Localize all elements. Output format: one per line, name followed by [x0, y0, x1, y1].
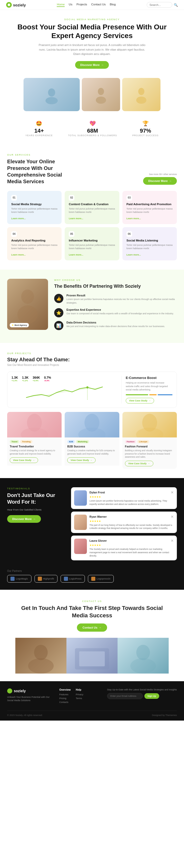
benefit-text-2: Data-Driven Decisions We just and trust …: [66, 321, 165, 328]
benefit-title-2: Data-Driven Decisions: [66, 321, 165, 324]
testimonial-2: Laura Glover ✕ ★★★★★ The Soziely team is…: [71, 535, 177, 560]
service-desc-1: Tortor nisl purus pulvinar pellentesque …: [69, 207, 115, 214]
projects-title: Stay Ahead Of The Game:: [7, 357, 177, 363]
service-desc-0: Tortor nisl purus pulvinar pellentesque …: [11, 207, 58, 214]
benefits-title: The Benefits Of Partnering With Soziely: [54, 283, 177, 289]
nav-contact[interactable]: Contact Us: [91, 3, 106, 7]
footer-col-title-1: Help: [75, 688, 83, 691]
nav-home[interactable]: Home: [57, 3, 65, 7]
benefit-icon-1: ⭐: [54, 308, 63, 317]
testimonial-0: Dylan Frost ✕ ★★★★★ Lorem ipsum set port…: [71, 487, 177, 509]
testimonial-text-0: Lorem ipsum set porttitor fanimonia hapu…: [89, 499, 174, 506]
service-link-5[interactable]: Learn more...: [126, 253, 141, 256]
hero-image-side-1: [82, 78, 120, 111]
services-cta-label: See more 30+ other services: [143, 173, 177, 176]
contact-images: [16, 638, 168, 674]
chart-stat-2: 364K +2.5%: [33, 376, 40, 382]
services-cta-button[interactable]: Discover More: [143, 177, 177, 185]
contact-cta-button[interactable]: Contact Us: [77, 623, 107, 632]
nav-blog[interactable]: Blog: [110, 3, 116, 7]
hero-image-side-2: [122, 78, 160, 111]
service-link-3[interactable]: Learn more...: [11, 253, 26, 256]
stat-subscribers-icon: 💖: [68, 120, 117, 126]
footer-link-privacy[interactable]: Privacy: [75, 693, 83, 696]
testimonial-name-1: Ryan Warner: [89, 515, 106, 518]
partner-icon-1: [38, 577, 42, 581]
progress-bars: [126, 394, 173, 395]
service-link-0[interactable]: Learn more...: [11, 217, 26, 220]
logo[interactable]: soziely: [6, 2, 26, 8]
project-card-1: B2B Marketing B2B Success Creating a cre…: [65, 412, 119, 469]
hero-cta-button[interactable]: Discover More: [75, 61, 109, 69]
benefit-title-0: Proven Result: [66, 294, 177, 297]
testimonial-name-0: Dylan Frost: [89, 491, 105, 494]
partner-name-2: LogicPress: [69, 578, 82, 580]
benefit-icon-2: 📊: [54, 321, 63, 330]
testimonials-cta-button[interactable]: Discover More: [7, 515, 41, 523]
partner-1: Highprofit: [34, 575, 58, 583]
logo-text: soziely: [13, 3, 26, 7]
svg-rect-21: [79, 651, 105, 666]
chart-cta-button[interactable]: View Case Study: [126, 398, 154, 403]
hero-section: Social Media Marketing Agency Boost Your…: [0, 10, 184, 74]
contact-img-1: [16, 638, 66, 674]
footer-nav-cols: Overview Features Pricing Contacts Help …: [59, 688, 101, 706]
service-num-3: 04: [11, 231, 17, 237]
progress-bar-blue: [158, 394, 173, 395]
footer-logo-icon: [7, 688, 12, 693]
footer-credit: Designed by Thememes: [152, 714, 177, 716]
svg-point-6: [138, 88, 144, 95]
footer-email-input[interactable]: [107, 693, 143, 699]
footer-link-terms[interactable]: Terms: [75, 697, 83, 700]
chart-info-desc: Helping an ecommerce retail increase web…: [126, 381, 173, 392]
project-tag-1-0: B2B: [67, 440, 75, 443]
service-link-1[interactable]: Learn more...: [69, 217, 83, 220]
search-icon[interactable]: 🔍: [174, 3, 178, 7]
services-section-label: Our Services: [7, 154, 177, 156]
testimonial-close-0: ✕: [171, 490, 174, 494]
contact-title: Get In Touch And Take The First Step Tow…: [16, 604, 168, 619]
project-card-body-1: B2B Marketing B2B Success Creating a cre…: [65, 437, 119, 466]
nav-us[interactable]: Us: [69, 3, 72, 7]
testimonial-name-2: Laura Glover: [89, 539, 107, 542]
footer-bottom: © 2023 Soziely. All rights reserved. Des…: [7, 711, 177, 716]
testimonials-section: Testimonials Don't Just Take Our Word Fo…: [0, 478, 184, 569]
service-title-5: Social Media Listening: [126, 239, 173, 242]
partners-logos: LogoMagic Highprofit LogicPress Logopres…: [7, 575, 177, 583]
footer-tagline: Unleash Your Business Potential with Our…: [7, 695, 53, 703]
contact-label: Contact Us: [16, 600, 168, 602]
testimonials-label: Testimonials: [7, 487, 63, 490]
contact-section: Contact Us Get In Touch And Take The Fir…: [0, 590, 184, 681]
footer-link-contacts[interactable]: Contacts: [59, 701, 70, 704]
service-link-2[interactable]: Learn more...: [126, 217, 141, 220]
testimonial-close-2: ✕: [171, 539, 174, 543]
partner-icon-2: [64, 577, 68, 581]
stat-subscribers-number: 68M: [68, 127, 117, 134]
service-link-4[interactable]: Learn more...: [69, 253, 83, 256]
footer-link-pricing[interactable]: Pricing: [59, 697, 70, 700]
service-title-0: Social Media Strategy: [11, 203, 58, 206]
project-cta-1[interactable]: View Case Study: [67, 457, 96, 463]
nav-projects[interactable]: Projects: [76, 3, 87, 7]
service-card-5: 06 Social Media Listening Tortor nisl pu…: [122, 227, 177, 260]
badge-star: ★: [12, 324, 13, 326]
project-cta-0[interactable]: View Case Study: [10, 457, 38, 463]
service-desc-2: Tortor nisl purus pulvinar pellentesque …: [126, 207, 173, 214]
nav-links: Home Us Projects Contact Us Blog: [57, 3, 116, 7]
search-input[interactable]: [147, 2, 172, 8]
contact-img-3: [118, 638, 168, 674]
footer-signup-button[interactable]: Sign Up: [144, 693, 159, 699]
badge-text: Best Agency: [14, 324, 27, 326]
project-card-title-2: Fashion Forward: [125, 445, 174, 448]
svg-point-22: [136, 645, 150, 660]
stat-experience: 🤩 14+ Years Experience: [25, 120, 53, 137]
stat-success: 🏆 97% Project Success: [132, 120, 159, 137]
project-card-img-0: [7, 412, 62, 437]
services-grid: 01 Social Media Strategy Tortor nisl pur…: [7, 191, 177, 260]
benefits-section: ★ Best Agency Why Choose Us The Benefits…: [0, 270, 184, 343]
testimonial-text-1: The part of our long history of how to e…: [89, 524, 174, 530]
partner-icon-3: [91, 577, 95, 581]
project-tags-0: Travel Trending: [10, 440, 59, 443]
project-cta-2[interactable]: View Case Study: [125, 461, 153, 466]
footer-link-features[interactable]: Features: [59, 693, 70, 696]
